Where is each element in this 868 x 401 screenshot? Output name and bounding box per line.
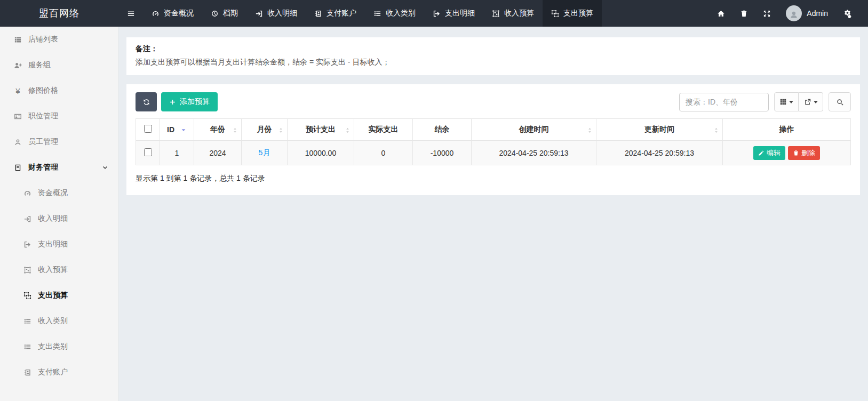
sidebar-item-retouch-price[interactable]: ¥ 修图价格 <box>0 78 118 103</box>
nav-item-income-budget[interactable]: 收入预算 <box>483 0 543 27</box>
column-header-updated[interactable]: 更新时间 <box>596 119 723 141</box>
delete-button[interactable]: 删除 <box>788 146 820 160</box>
sidebar-item-staff-mgmt[interactable]: 员工管理 <box>0 129 118 155</box>
search-button[interactable] <box>829 92 851 111</box>
sort-icon <box>277 125 284 134</box>
fullscreen-button[interactable] <box>755 0 778 27</box>
nav-item-label: 资金概况 <box>164 9 194 18</box>
sort-icon <box>232 125 238 134</box>
month-link[interactable]: 5月 <box>259 148 270 157</box>
budget-panel: 添加预算 <box>126 84 860 195</box>
sidebar-subitem-funds-overview[interactable]: 资金概况 <box>0 180 118 206</box>
sidebar-toggle-button[interactable] <box>118 0 143 27</box>
sidebar-item-label: 收入明细 <box>38 214 68 223</box>
sort-icon <box>344 125 351 134</box>
sidebar-subitem-expense-category[interactable]: 支出类别 <box>0 334 118 359</box>
sidebar-item-position-mgmt[interactable]: 职位管理 <box>0 103 118 129</box>
add-budget-button[interactable]: 添加预算 <box>161 92 218 111</box>
refresh-button[interactable] <box>136 92 157 111</box>
column-header-created[interactable]: 创建时间 <box>472 119 596 141</box>
th-list-icon <box>14 36 22 44</box>
nav-item-schedule[interactable]: 档期 <box>202 0 246 27</box>
cell-month: 5月 <box>242 141 288 165</box>
avatar <box>786 5 802 21</box>
sidebar-subitem-income-budget[interactable]: 收入预算 <box>0 257 118 283</box>
cell-created: 2024-04-25 20:59:13 <box>472 141 596 165</box>
sidebar-subitem-payment-account[interactable]: 支付账户 <box>0 359 118 385</box>
sort-caret-down-icon <box>180 125 187 134</box>
sign-in-icon <box>255 10 263 18</box>
main-content: 备注： 添加支出预算可以根据当月支出计算结余金额，结余 = 实际支出 - 目标收… <box>118 27 868 203</box>
list-icon <box>23 317 31 325</box>
edit-button[interactable]: 编辑 <box>753 146 785 160</box>
sidebar-subitem-income-detail[interactable]: 收入明细 <box>0 206 118 231</box>
navbar-right: Admin <box>710 0 868 27</box>
sidebar-item-label: 店铺列表 <box>28 35 58 44</box>
cell-balance: -10000 <box>413 141 472 165</box>
sidebar-item-shop-list[interactable]: 店铺列表 <box>0 27 118 52</box>
nav-item-expense-budget[interactable]: 支出预算 <box>543 0 602 27</box>
trash-button[interactable] <box>732 0 755 27</box>
trash-icon <box>740 10 748 18</box>
sidebar-item-label: 修图价格 <box>28 86 58 95</box>
sidebar-item-label: 职位管理 <box>28 111 58 121</box>
nav-item-payment-account[interactable]: 支付账户 <box>306 0 365 27</box>
column-header-expected[interactable]: 预计支出 <box>288 119 354 141</box>
add-budget-label: 添加预算 <box>180 97 210 107</box>
pencil-icon <box>758 150 765 156</box>
sidebar-subitem-expense-detail[interactable]: 支出明细 <box>0 231 118 257</box>
ledger-icon <box>14 164 22 172</box>
budget-table: ID 年份 月份 预计支出 <box>136 118 851 165</box>
sidebar-subitem-expense-budget[interactable]: 支出预算 <box>0 283 118 308</box>
search-input[interactable] <box>679 93 769 111</box>
table-options-group <box>774 92 823 111</box>
trash-icon <box>793 150 799 156</box>
cogs-icon <box>843 9 852 18</box>
nav-item-label: 支出明细 <box>445 9 475 18</box>
sidebar-item-label: 收入类别 <box>38 316 68 326</box>
cell-actions: 编辑 删除 <box>723 141 851 165</box>
settings-button[interactable] <box>835 0 859 27</box>
select-all-checkbox[interactable] <box>144 125 152 133</box>
nav-item-expense-detail[interactable]: 支出明细 <box>424 0 483 27</box>
columns-button[interactable] <box>774 92 799 111</box>
cell-expected: 10000.00 <box>288 141 354 165</box>
sidebar-item-label: 支出预算 <box>38 291 68 300</box>
select-all-header <box>136 119 160 141</box>
column-header-actual[interactable]: 实际支出 <box>354 119 413 141</box>
sidebar-item-finance-mgmt[interactable]: 财务管理 <box>0 155 118 180</box>
export-button[interactable] <box>799 92 823 111</box>
sign-out-icon <box>23 240 31 248</box>
gauge-icon <box>23 189 31 197</box>
column-header-actions: 操作 <box>723 119 851 141</box>
column-header-balance[interactable]: 结余 <box>413 119 472 141</box>
top-navbar: 盟百网络 资金概况 档期 收入明细 支付账户 收入类别 支出明细 <box>0 0 868 27</box>
hamburger-icon <box>127 10 135 18</box>
clock-icon <box>211 10 219 18</box>
nav-item-funds-overview[interactable]: 资金概况 <box>143 0 202 27</box>
sidebar-item-label: 服务组 <box>28 60 51 70</box>
table-toolbar: 添加预算 <box>136 92 851 111</box>
nav-item-income-category[interactable]: 收入类别 <box>365 0 424 27</box>
column-header-year[interactable]: 年份 <box>194 119 242 141</box>
home-button[interactable] <box>710 0 732 27</box>
sidebar-item-service-group[interactable]: 服务组 <box>0 52 118 78</box>
nav-item-income-detail[interactable]: 收入明细 <box>246 0 306 27</box>
home-icon <box>717 10 725 18</box>
sidebar-item-label: 资金概况 <box>38 188 68 198</box>
sidebar-item-label: 财务管理 <box>28 163 58 172</box>
row-checkbox[interactable] <box>144 148 152 156</box>
user-menu[interactable]: Admin <box>778 5 835 21</box>
column-header-id[interactable]: ID <box>160 119 194 141</box>
plus-icon <box>169 99 176 106</box>
brand-logo[interactable]: 盟百网络 <box>0 0 118 27</box>
sort-icon <box>713 125 720 134</box>
user-plus-icon <box>14 61 22 69</box>
sidebar: 店铺列表 服务组 ¥ 修图价格 职位管理 员工管理 财务管理 资金概况 收入明细… <box>0 27 118 401</box>
object-ungroup-icon <box>551 10 559 18</box>
sidebar-subitem-income-category[interactable]: 收入类别 <box>0 308 118 334</box>
column-header-month[interactable]: 月份 <box>242 119 288 141</box>
table-row[interactable]: 1 2024 5月 10000.00 0 -10000 2024-04-25 2… <box>136 141 851 165</box>
nav-item-label: 档期 <box>223 9 238 18</box>
sidebar-item-label: 员工管理 <box>28 137 58 147</box>
